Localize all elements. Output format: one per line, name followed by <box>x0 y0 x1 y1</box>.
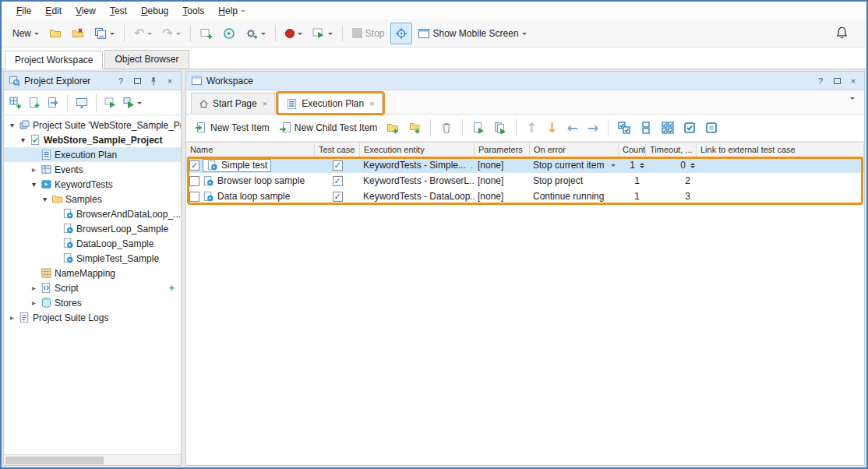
tab-start-page[interactable]: Start Page × <box>191 93 275 114</box>
tree-item-project[interactable]: ▾ WebStore_Sample_Project <box>4 132 181 147</box>
expander-open-icon[interactable]: ▾ <box>19 136 27 144</box>
test-case-checkbox[interactable] <box>333 192 343 202</box>
redo-button[interactable]: ↷ <box>157 23 185 44</box>
close-project-button[interactable] <box>67 23 89 44</box>
menu-test[interactable]: Test <box>103 3 134 19</box>
menu-view[interactable]: View <box>69 3 103 19</box>
menu-help[interactable]: Help <box>211 3 252 19</box>
panel-close-button[interactable]: × <box>164 75 176 87</box>
count-spinner[interactable] <box>640 160 644 171</box>
expander-open-icon[interactable]: ▾ <box>8 122 16 129</box>
open-button[interactable] <box>44 23 66 44</box>
panel-close-button[interactable]: × <box>847 75 859 87</box>
timeout-cell[interactable]: 3 <box>646 189 697 204</box>
table-row[interactable]: Data loop sample KeywordTests - DataLoop… <box>186 189 864 204</box>
browse-ellipsis-button[interactable]: ... <box>469 160 475 170</box>
panel-pin-button[interactable] <box>147 75 160 87</box>
column-header-execution-entity[interactable]: Execution entity <box>360 143 475 157</box>
expander-open-icon[interactable]: ▾ <box>41 196 49 203</box>
panel-help-button[interactable]: ? <box>814 75 827 87</box>
column-header-timeout[interactable]: Timeout, ... <box>646 143 697 157</box>
panel-float-button[interactable] <box>831 75 843 87</box>
parameters-cell[interactable]: [none] <box>475 157 530 173</box>
new-group-button[interactable] <box>383 117 403 139</box>
tree-item-browserloop[interactable]: BrowserLoop_Sample <box>4 221 181 236</box>
check-child-items-button[interactable] <box>658 117 678 139</box>
new-test-item-button[interactable]: New Test Item <box>191 117 273 139</box>
move-right-button[interactable]: → <box>584 117 602 139</box>
tree-item-project-suite-logs[interactable]: ▸ Project Suite Logs <box>4 310 181 325</box>
enable-selected-items-button[interactable] <box>679 117 700 139</box>
horizontal-scrollbar[interactable] <box>4 454 181 465</box>
link-cell[interactable] <box>697 189 864 204</box>
close-tab-icon[interactable]: × <box>263 99 267 108</box>
menu-debug[interactable]: Debug <box>134 3 175 19</box>
enable-checkbox[interactable] <box>189 192 199 202</box>
timeout-cell[interactable]: 0 <box>646 157 697 173</box>
enable-checkbox[interactable] <box>189 176 199 186</box>
menu-file[interactable]: File <box>9 3 38 19</box>
run-focused-item-button[interactable] <box>468 117 489 139</box>
expander-closed-icon[interactable]: ▸ <box>30 299 38 307</box>
expander-open-icon[interactable]: ▾ <box>30 181 38 189</box>
delete-item-button[interactable] <box>436 117 457 139</box>
add-new-item-button[interactable] <box>196 23 217 44</box>
tree-item-events[interactable]: ▸ Events <box>4 162 181 177</box>
new-child-group-button[interactable] <box>404 117 425 139</box>
check-all-items-button[interactable] <box>614 117 634 139</box>
column-header-count[interactable]: Count <box>619 143 646 157</box>
count-cell[interactable]: 1 <box>619 189 646 204</box>
tab-project-workspace[interactable]: Project Workspace <box>5 51 103 69</box>
chevron-down-icon[interactable] <box>611 164 616 169</box>
tree-item-browseranddataloop[interactable]: BrowserAndDataLoop_... <box>4 206 181 221</box>
stop-button[interactable]: Stop <box>348 23 390 44</box>
column-header-link[interactable]: Link to external test case <box>697 143 864 157</box>
enable-checkbox[interactable] <box>189 160 199 171</box>
column-header-parameters[interactable]: Parameters <box>475 143 530 157</box>
test-case-cell[interactable] <box>315 173 360 189</box>
test-case-checkbox[interactable] <box>333 160 343 171</box>
test-case-cell[interactable] <box>315 157 360 173</box>
move-up-button[interactable]: ↑ <box>522 117 541 139</box>
new-child-test-item-button[interactable]: New Child Test Item <box>275 117 381 139</box>
timeout-spinner[interactable] <box>690 160 695 171</box>
tree-item-stores[interactable]: ▸ Stores <box>4 295 181 310</box>
column-header-test-case[interactable]: Test case <box>315 143 360 157</box>
test-case-cell[interactable] <box>315 189 360 204</box>
name-editor[interactable]: Simple test <box>203 159 271 172</box>
count-cell[interactable]: 1 <box>619 157 646 173</box>
tab-execution-plan[interactable]: Execution Plan × <box>278 93 383 114</box>
name-cell[interactable]: Simple test <box>186 157 315 173</box>
add-script-unit-button[interactable]: + <box>169 283 175 294</box>
save-all-button[interactable] <box>90 23 119 44</box>
expander-closed-icon[interactable]: ▸ <box>30 284 38 292</box>
menu-tools[interactable]: Tools <box>175 3 211 19</box>
name-cell[interactable]: Data loop sample <box>186 189 315 204</box>
record-web-test-button[interactable] <box>218 23 240 44</box>
panel-float-button[interactable] <box>131 75 143 87</box>
expander-closed-icon[interactable]: ▸ <box>30 166 38 174</box>
tree-item-samples-folder[interactable]: ▾ Samples <box>4 192 181 206</box>
add-new-project-item-button[interactable] <box>7 94 24 111</box>
tree-item-dataloop[interactable]: DataLoop_Sample <box>4 236 181 251</box>
run-button[interactable] <box>308 23 337 44</box>
scrollbar-thumb[interactable] <box>5 457 104 464</box>
expander-closed-icon[interactable]: ▸ <box>8 314 16 322</box>
table-row[interactable]: Browser loop sample KeywordTests - Brows… <box>186 173 864 189</box>
tree-item-script[interactable]: ▸ Script + <box>4 280 181 295</box>
menu-edit[interactable]: Edit <box>38 3 69 19</box>
timeout-cell[interactable]: 2 <box>646 173 697 189</box>
show-mobile-screen-button[interactable]: Show Mobile Screen <box>413 23 531 44</box>
tree-item-keywordtests[interactable]: ▾ KeywordTests <box>4 177 181 192</box>
tab-list-dropdown-button[interactable] <box>847 97 858 114</box>
parameters-cell[interactable]: [none] <box>475 173 530 189</box>
close-tab-icon[interactable]: × <box>369 99 374 108</box>
link-cell[interactable] <box>697 157 864 173</box>
execution-entity-cell[interactable]: KeywordTests - Simple... ... <box>360 157 475 173</box>
on-error-cell[interactable]: Continue running <box>530 189 619 204</box>
uncheck-all-items-button[interactable] <box>636 117 656 139</box>
tree-item-project-suite[interactable]: ▾ Project Suite 'WebStore_Sample_Proje..… <box>4 118 181 132</box>
object-spy-button[interactable] <box>390 23 412 44</box>
execution-entity-cell[interactable]: KeywordTests - BrowserL... ... <box>360 173 475 189</box>
name-cell[interactable]: Browser loop sample <box>186 173 315 189</box>
